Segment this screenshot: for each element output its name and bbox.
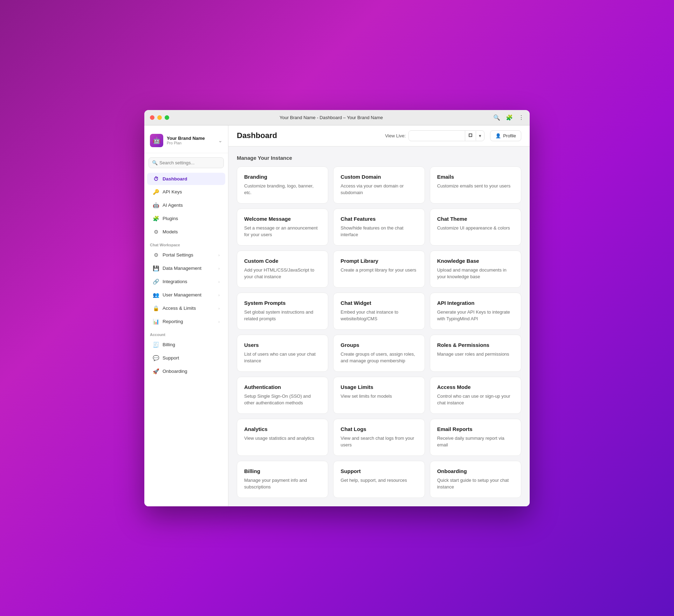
sidebar-item-label: Portal Settings: [163, 252, 193, 258]
card-desc: List of users who can use your chat inst…: [244, 351, 321, 364]
brand-name: Your Brand Name: [167, 136, 215, 141]
card-roles-permissions[interactable]: Roles & Permissions Manage user roles an…: [430, 335, 521, 372]
search-input[interactable]: [149, 157, 224, 168]
sidebar-item-integrations[interactable]: 🔗 Integrations ›: [147, 275, 225, 288]
card-title: Welcome Message: [244, 216, 321, 222]
sidebar-item-api-keys[interactable]: 🔑 API Keys: [147, 186, 225, 198]
card-title: Billing: [244, 468, 321, 474]
brand-section: 🤖 Your Brand Name Pro Plan ⌄: [144, 131, 228, 153]
card-authentication[interactable]: Authentication Setup Single Sign-On (SSO…: [237, 377, 328, 414]
card-title: Support: [341, 468, 417, 474]
card-branding[interactable]: Branding Customize branding, logo, banne…: [237, 166, 328, 204]
sidebar-item-ai-agents[interactable]: 🤖 AI Agents: [147, 199, 225, 212]
card-desc: Upload and manage documents in your know…: [437, 267, 514, 280]
card-onboarding-card[interactable]: Onboarding Quick start guide to setup yo…: [430, 461, 521, 498]
card-groups[interactable]: Groups Create groups of users, assign ro…: [333, 335, 425, 372]
page-title: Dashboard: [237, 131, 379, 140]
card-desc: Set global system instructions and relat…: [244, 309, 321, 322]
onboarding-icon: 🚀: [153, 368, 159, 375]
sidebar-item-onboarding[interactable]: 🚀 Onboarding: [147, 365, 225, 378]
card-desc: Control who can use or sign-up your chat…: [437, 393, 514, 406]
card-support-card[interactable]: Support Get help, support, and resources: [333, 461, 425, 498]
card-title: Authentication: [244, 384, 321, 390]
card-desc: View usage statistics and analytics: [244, 435, 321, 442]
sidebar-item-label: Reporting: [163, 319, 183, 324]
sidebar-item-label: Support: [163, 355, 179, 361]
card-title: Users: [244, 342, 321, 348]
brand-plan: Pro Plan: [167, 141, 215, 145]
view-live-input-wrap: ▾: [408, 130, 484, 141]
card-usage-limits[interactable]: Usage Limits View set limits for models: [333, 377, 425, 414]
main-content: Dashboard View Live: ▾ 👤: [228, 125, 530, 506]
card-title: Onboarding: [437, 468, 514, 474]
brand-chevron-icon[interactable]: ⌄: [218, 138, 222, 143]
models-icon: ⚙: [153, 229, 159, 235]
titlebar: Your Brand Name - Dashboard – Your Brand…: [144, 110, 530, 125]
support-icon: 💬: [153, 355, 159, 361]
maximize-button[interactable]: [165, 115, 169, 120]
sidebar-item-support[interactable]: 💬 Support: [147, 352, 225, 364]
sidebar-item-user-management[interactable]: 👥 User Management ›: [147, 289, 225, 301]
profile-button[interactable]: 👤 Profile: [490, 130, 521, 141]
sidebar-item-models[interactable]: ⚙ Models: [147, 226, 225, 238]
card-emails[interactable]: Emails Customize emails sent to your use…: [430, 166, 521, 204]
sidebar-item-data-management[interactable]: 💾 Data Management ›: [147, 262, 225, 275]
card-title: Email Reports: [437, 426, 514, 432]
view-live-section: View Live: ▾: [385, 130, 484, 141]
card-desc: Embed your chat instance to website/blog…: [341, 309, 417, 322]
view-live-dropdown-button[interactable]: ▾: [476, 131, 484, 141]
card-api-integration[interactable]: API Integration Generate your API Keys t…: [430, 293, 521, 330]
section-account-label: Account: [144, 328, 228, 338]
card-title: Custom Code: [244, 258, 321, 264]
sidebar-item-plugins[interactable]: 🧩 Plugins: [147, 212, 225, 225]
card-title: Groups: [341, 342, 417, 348]
card-chat-logs[interactable]: Chat Logs View and search chat logs from…: [333, 419, 425, 456]
sidebar-item-dashboard[interactable]: ⏱ Dashboard: [147, 173, 225, 185]
view-live-open-button[interactable]: [465, 131, 476, 141]
card-chat-features[interactable]: Chat Features Show/hide features on the …: [333, 208, 425, 246]
close-button[interactable]: [150, 115, 154, 120]
card-title: API Integration: [437, 300, 514, 306]
card-title: Roles & Permissions: [437, 342, 514, 348]
card-billing-card[interactable]: Billing Manage your payment info and sub…: [237, 461, 328, 498]
card-chat-theme[interactable]: Chat Theme Customize UI appeareance & co…: [430, 208, 521, 246]
minimize-button[interactable]: [157, 115, 162, 120]
view-live-input[interactable]: [409, 131, 465, 141]
card-system-prompts[interactable]: System Prompts Set global system instruc…: [237, 293, 328, 330]
search-icon[interactable]: 🔍: [493, 114, 500, 121]
card-title: Chat Features: [341, 216, 417, 222]
section-title: Manage Your Instance: [237, 155, 521, 161]
sidebar: 🤖 Your Brand Name Pro Plan ⌄ 🔍 ⏱ Dashboa…: [144, 125, 228, 506]
sidebar-item-portal-settings[interactable]: ⚙ Portal Settings ›: [147, 249, 225, 261]
search-icon: 🔍: [152, 160, 158, 165]
card-welcome-message[interactable]: Welcome Message Set a message or an anno…: [237, 208, 328, 246]
card-prompt-library[interactable]: Prompt Library Create a prompt library f…: [333, 251, 425, 288]
card-analytics[interactable]: Analytics View usage statistics and anal…: [237, 419, 328, 456]
card-desc: Set a message or an announcement for you…: [244, 225, 321, 238]
card-title: Chat Widget: [341, 300, 417, 306]
cards-grid: Branding Customize branding, logo, banne…: [237, 166, 521, 498]
card-access-mode[interactable]: Access Mode Control who can use or sign-…: [430, 377, 521, 414]
sidebar-item-label: Access & Limits: [163, 306, 196, 311]
card-desc: Setup Single Sign-On (SSO) and other aut…: [244, 393, 321, 406]
card-desc: Generate your API Keys to integrate with…: [437, 309, 514, 322]
sidebar-item-label: Dashboard: [163, 176, 187, 182]
card-users[interactable]: Users List of users who can use your cha…: [237, 335, 328, 372]
card-desc: View set limits for models: [341, 393, 417, 400]
sidebar-item-access-limits[interactable]: 🔒 Access & Limits ›: [147, 302, 225, 315]
reporting-icon: 📊: [153, 319, 159, 325]
card-custom-code[interactable]: Custom Code Add your HTML/CSS/JavaScript…: [237, 251, 328, 288]
sidebar-item-reporting[interactable]: 📊 Reporting ›: [147, 315, 225, 328]
sidebar-item-billing[interactable]: 🧾 Billing: [147, 338, 225, 351]
sidebar-item-label: Onboarding: [163, 369, 187, 374]
dashboard-icon: ⏱: [153, 176, 159, 182]
extensions-icon[interactable]: 🧩: [506, 114, 513, 121]
card-chat-widget[interactable]: Chat Widget Embed your chat instance to …: [333, 293, 425, 330]
portal-settings-icon: ⚙: [153, 252, 159, 258]
card-email-reports[interactable]: Email Reports Receive daily summary repo…: [430, 419, 521, 456]
card-custom-domain[interactable]: Custom Domain Access via your own domain…: [333, 166, 425, 204]
more-icon[interactable]: ⋮: [518, 114, 524, 121]
view-live-label: View Live:: [385, 133, 406, 138]
card-knowledge-base[interactable]: Knowledge Base Upload and manage documen…: [430, 251, 521, 288]
card-title: System Prompts: [244, 300, 321, 306]
